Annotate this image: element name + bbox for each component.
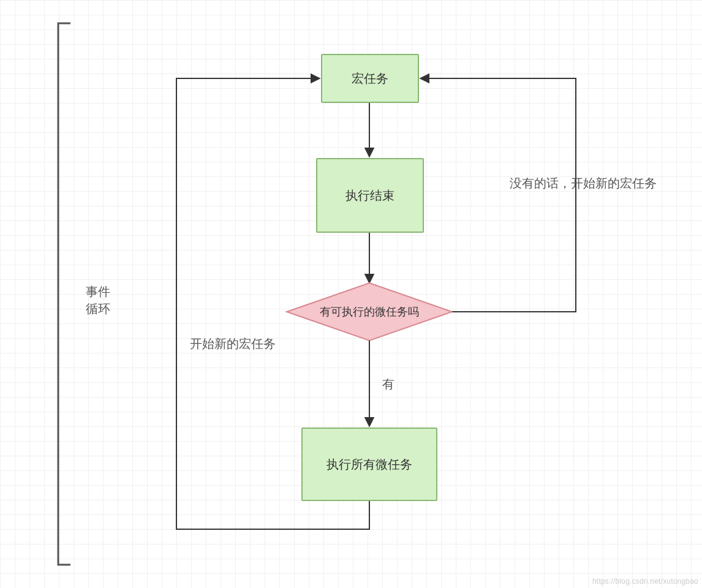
- diagram-title: 事件 循环: [86, 283, 110, 317]
- node-decision: 有可执行的微任务吗: [287, 301, 452, 322]
- node-decision-label: 有可执行的微任务吗: [320, 304, 419, 319]
- title-line1: 事件: [86, 285, 110, 298]
- node-runmicro: 执行所有微任务: [301, 428, 437, 501]
- edge-right-loop: [420, 78, 576, 312]
- title-line2: 循环: [86, 302, 110, 315]
- watermark: https://blog.csdn.net/xutongbao: [592, 577, 698, 586]
- node-macrotask-label: 宏任务: [352, 70, 388, 87]
- edge-label-yes: 有: [382, 376, 394, 393]
- edge-label-right: 没有的话，开始新的宏任务: [510, 175, 657, 192]
- bracket: [58, 23, 70, 565]
- node-finish: 执行结束: [316, 158, 424, 233]
- node-runmicro-label: 执行所有微任务: [326, 456, 412, 473]
- node-macrotask: 宏任务: [321, 54, 419, 103]
- edge-label-left: 开始新的宏任务: [190, 336, 276, 352]
- node-finish-label: 执行结束: [345, 187, 394, 204]
